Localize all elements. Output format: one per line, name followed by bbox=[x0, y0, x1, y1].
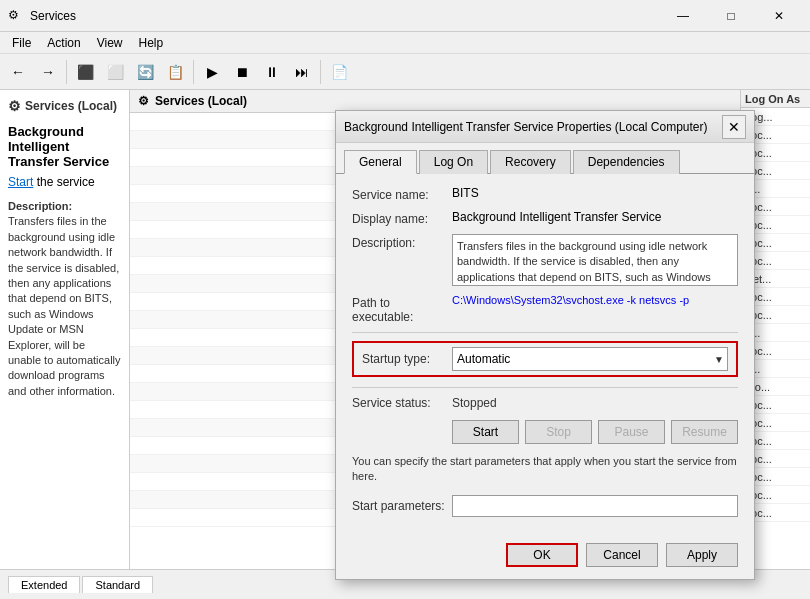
startup-type-row: Startup type: Automatic Automatic (Delay… bbox=[352, 341, 738, 377]
services-icon: ⚙ bbox=[8, 98, 21, 114]
menu-file[interactable]: File bbox=[4, 34, 39, 52]
start-button[interactable]: Start bbox=[452, 420, 519, 444]
service-name-label: Service name: bbox=[352, 186, 452, 202]
toolbar-back[interactable]: ← bbox=[4, 58, 32, 86]
dialog-footer: OK Cancel Apply bbox=[336, 535, 754, 579]
tab-recovery[interactable]: Recovery bbox=[490, 150, 571, 174]
startup-select-wrapper: Automatic Automatic (Delayed Start) Manu… bbox=[452, 347, 728, 371]
properties-dialog: Background Intelligent Transfer Service … bbox=[335, 110, 755, 580]
dialog-tabs: General Log On Recovery Dependencies bbox=[336, 143, 754, 174]
toolbar-up[interactable]: ⬛ bbox=[71, 58, 99, 86]
toolbar-forward[interactable]: → bbox=[34, 58, 62, 86]
toolbar-show-hide[interactable]: ⬜ bbox=[101, 58, 129, 86]
left-panel: ⚙ Services (Local) Background Intelligen… bbox=[0, 90, 130, 569]
service-status-value: Stopped bbox=[452, 396, 497, 410]
ok-button[interactable]: OK bbox=[506, 543, 578, 567]
apply-button[interactable]: Apply bbox=[666, 543, 738, 567]
menu-action[interactable]: Action bbox=[39, 34, 88, 52]
display-name-label: Display name: bbox=[352, 210, 452, 226]
start-params-label: Start parameters: bbox=[352, 499, 452, 513]
display-name-value: Background Intelligent Transfer Service bbox=[452, 210, 738, 224]
tab-general[interactable]: General bbox=[344, 150, 417, 174]
toolbar-properties[interactable]: 📄 bbox=[325, 58, 353, 86]
toolbar-export[interactable]: 📋 bbox=[161, 58, 189, 86]
toolbar-sep2 bbox=[193, 60, 194, 84]
startup-type-select[interactable]: Automatic Automatic (Delayed Start) Manu… bbox=[452, 347, 728, 371]
service-link-area: Start the service bbox=[8, 175, 121, 189]
startup-type-label: Startup type: bbox=[362, 352, 452, 366]
help-text: You can specify the start parameters tha… bbox=[352, 454, 738, 485]
service-name-value: BITS bbox=[452, 186, 738, 200]
services-list-icon: ⚙ bbox=[138, 94, 149, 108]
toolbar: ← → ⬛ ⬜ 🔄 📋 ▶ ⏹ ⏸ ⏭ 📄 bbox=[0, 54, 810, 90]
menu-help[interactable]: Help bbox=[131, 34, 172, 52]
toolbar-pause[interactable]: ⏸ bbox=[258, 58, 286, 86]
title-bar-controls: — □ ✕ bbox=[660, 1, 802, 31]
divider1 bbox=[352, 332, 738, 333]
tab-extended[interactable]: Extended bbox=[8, 576, 80, 593]
minimize-button[interactable]: — bbox=[660, 1, 706, 31]
display-name-row: Display name: Background Intelligent Tra… bbox=[352, 210, 738, 226]
cancel-button[interactable]: Cancel bbox=[586, 543, 658, 567]
service-status-label: Service status: bbox=[352, 396, 452, 410]
pause-button[interactable]: Pause bbox=[598, 420, 665, 444]
path-label: Path to executable: bbox=[352, 294, 452, 324]
toolbar-stop[interactable]: ⏹ bbox=[228, 58, 256, 86]
window-title: Services bbox=[30, 9, 660, 23]
description-row: Description: Transfers files in the back… bbox=[352, 234, 738, 286]
description-label: Description: bbox=[8, 200, 72, 212]
start-params-row: Start parameters: bbox=[352, 495, 738, 517]
left-panel-header: ⚙ Services (Local) bbox=[8, 98, 121, 114]
toolbar-restart[interactable]: ⏭ bbox=[288, 58, 316, 86]
service-description-area: Description: Transfers files in the back… bbox=[8, 199, 121, 399]
tab-standard[interactable]: Standard bbox=[82, 576, 153, 593]
dialog-title-bar: Background Intelligent Transfer Service … bbox=[336, 111, 754, 143]
maximize-button[interactable]: □ bbox=[708, 1, 754, 31]
tab-logon[interactable]: Log On bbox=[419, 150, 488, 174]
dialog-title: Background Intelligent Transfer Service … bbox=[344, 120, 722, 134]
toolbar-sep1 bbox=[66, 60, 67, 84]
title-bar: ⚙ Services — □ ✕ bbox=[0, 0, 810, 32]
path-value: C:\Windows\System32\svchost.exe -k netsv… bbox=[452, 294, 738, 306]
left-panel-title: Services (Local) bbox=[25, 99, 117, 113]
service-link-suffix: the service bbox=[33, 175, 94, 189]
stop-button[interactable]: Stop bbox=[525, 420, 592, 444]
description-text: Transfers files in the background using … bbox=[8, 215, 121, 396]
menu-view[interactable]: View bbox=[89, 34, 131, 52]
dialog-close-button[interactable]: ✕ bbox=[722, 115, 746, 139]
divider2 bbox=[352, 387, 738, 388]
close-button[interactable]: ✕ bbox=[756, 1, 802, 31]
status-tabs: Extended Standard bbox=[8, 576, 155, 593]
action-buttons: Start Stop Pause Resume bbox=[452, 420, 738, 444]
dialog-content: Service name: BITS Display name: Backgro… bbox=[336, 174, 754, 535]
app-icon: ⚙ bbox=[8, 8, 24, 24]
description-field-value: Transfers files in the background using … bbox=[452, 234, 738, 286]
start-service-link[interactable]: Start bbox=[8, 175, 33, 189]
toolbar-play[interactable]: ▶ bbox=[198, 58, 226, 86]
services-list-title: Services (Local) bbox=[155, 94, 247, 108]
tab-dependencies[interactable]: Dependencies bbox=[573, 150, 680, 174]
toolbar-refresh[interactable]: 🔄 bbox=[131, 58, 159, 86]
description-field-label: Description: bbox=[352, 234, 452, 250]
resume-button[interactable]: Resume bbox=[671, 420, 738, 444]
service-status-row: Service status: Stopped bbox=[352, 396, 738, 410]
service-name-row: Service name: BITS bbox=[352, 186, 738, 202]
service-title: Background Intelligent Transfer Service bbox=[8, 124, 121, 169]
menu-bar: File Action View Help bbox=[0, 32, 810, 54]
path-row: Path to executable: C:\Windows\System32\… bbox=[352, 294, 738, 324]
start-params-input[interactable] bbox=[452, 495, 738, 517]
toolbar-sep3 bbox=[320, 60, 321, 84]
stub-header: Log On As bbox=[741, 90, 810, 108]
